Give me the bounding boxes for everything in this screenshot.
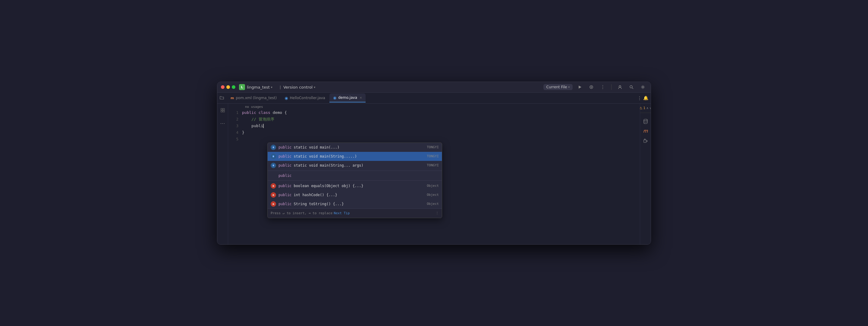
separator: | bbox=[280, 85, 281, 90]
app-icon: L bbox=[239, 84, 245, 90]
tab-actions: ⋮ 🔔 bbox=[637, 95, 648, 101]
svg-rect-10 bbox=[223, 110, 224, 112]
current-file-label: Current File bbox=[547, 85, 567, 89]
ac-source-tostring: Object bbox=[427, 201, 439, 207]
code-line-5: 5 bbox=[228, 136, 640, 142]
line-num-5: 5 bbox=[228, 136, 242, 142]
m-icon[interactable]: m bbox=[641, 127, 650, 135]
line-content-3: publi bbox=[242, 123, 264, 129]
structure-icon[interactable] bbox=[218, 106, 227, 115]
tab-icon-hello: ◉ bbox=[284, 96, 288, 100]
titlebar: L lingma_test ▾ | Version control ▾ Curr… bbox=[217, 82, 651, 93]
ac-icon-2 bbox=[271, 163, 276, 168]
ac-text-hashcode: public int hashCode() {...} bbox=[278, 192, 424, 198]
svg-point-3 bbox=[619, 86, 621, 87]
ac-source-equals: Object bbox=[427, 183, 439, 189]
ac-source-2: TONGYI bbox=[427, 162, 439, 169]
warning-count: 1 bbox=[644, 106, 646, 110]
svg-marker-0 bbox=[579, 86, 581, 89]
code-line-3: 3 publi bbox=[228, 123, 640, 129]
tab-label-pom: pom.xml (lingma_test) bbox=[236, 96, 277, 100]
svg-rect-8 bbox=[223, 108, 224, 110]
account-button[interactable] bbox=[616, 83, 624, 91]
more-icon: ⋮ bbox=[600, 85, 605, 90]
tab-pom-xml[interactable]: m pom.xml (lingma_test) bbox=[227, 93, 280, 102]
tab-icon-pom: m bbox=[230, 96, 234, 100]
line-content-4: } bbox=[242, 129, 244, 136]
search-button[interactable] bbox=[627, 83, 636, 91]
ac-source-0: TONGYI bbox=[427, 144, 439, 151]
ac-source-hashcode: Object bbox=[427, 192, 439, 198]
tab-hello-controller[interactable]: ◉ HelloController.java bbox=[281, 93, 329, 102]
more-tools-icon[interactable]: … bbox=[218, 118, 227, 127]
svg-point-2 bbox=[591, 87, 592, 88]
tab-more-button[interactable]: ⋮ bbox=[637, 95, 642, 101]
tab-label-hello: HelloController.java bbox=[290, 96, 325, 100]
ac-text-2: public static void main(String... args) bbox=[278, 162, 424, 169]
ac-item-simple[interactable]: public bbox=[268, 171, 442, 180]
close-button[interactable] bbox=[221, 85, 224, 89]
database-icon[interactable] bbox=[641, 117, 650, 126]
more-actions-button[interactable]: ⋮ bbox=[598, 83, 607, 91]
line-num-4: 4 bbox=[228, 129, 242, 136]
settings-button[interactable] bbox=[639, 83, 647, 91]
project-name[interactable]: lingma_test bbox=[247, 85, 270, 90]
svg-line-5 bbox=[632, 88, 633, 89]
code-line-1: 1 public class demo { bbox=[228, 109, 640, 116]
window-controls bbox=[221, 85, 236, 89]
titlebar-right: Current File ▾ ⋮ bbox=[544, 83, 647, 91]
ac-item-0[interactable]: public static void main(...) TONGYI bbox=[268, 143, 442, 152]
autocomplete-dropdown: public static void main(...) TONGYI publ… bbox=[267, 142, 442, 218]
ac-text-1: public static void main(String.....) bbox=[278, 153, 424, 160]
svg-point-6 bbox=[642, 87, 644, 88]
line-content-1: public class demo { bbox=[242, 109, 287, 116]
tabbar: m pom.xml (lingma_test) ◉ HelloControlle… bbox=[217, 93, 651, 104]
ac-divider-2 bbox=[268, 181, 442, 181]
ac-item-equals[interactable]: m public boolean equals(Object obj) {...… bbox=[268, 182, 442, 190]
vc-chevron-icon[interactable]: ▾ bbox=[314, 86, 315, 89]
right-panel: ⚠ 1 ∧ ∨ m bbox=[640, 104, 651, 244]
code-line-4: 4 } bbox=[228, 129, 640, 136]
tab-label-demo: demo.java bbox=[338, 96, 357, 100]
debug-button[interactable] bbox=[587, 83, 595, 91]
svg-rect-12 bbox=[644, 140, 646, 142]
current-file-chevron-icon: ▾ bbox=[568, 86, 569, 89]
maximize-button[interactable] bbox=[232, 85, 236, 89]
ac-text-0: public static void main(...) bbox=[278, 144, 424, 151]
divider bbox=[611, 84, 612, 90]
minimize-button[interactable] bbox=[226, 85, 230, 89]
ac-item-tostring[interactable]: m public String toString() {...} Object bbox=[268, 199, 442, 208]
ac-text-equals: public boolean equals(Object obj) {...} bbox=[278, 183, 424, 189]
plugin-icon[interactable] bbox=[641, 136, 650, 145]
ac-item-hashcode[interactable]: m public int hashCode() {...} Object bbox=[268, 190, 442, 199]
line-num-3: 3 bbox=[228, 123, 242, 129]
caret-up-icon[interactable]: ∧ bbox=[647, 106, 649, 110]
ac-icon-hashcode: m bbox=[271, 192, 276, 198]
notification-icon[interactable]: 🔔 bbox=[643, 96, 648, 100]
ac-item-1[interactable]: public static void main(String.....) TON… bbox=[268, 152, 442, 161]
version-control-btn[interactable]: Version control bbox=[283, 85, 313, 90]
tab-close-icon[interactable]: ✕ bbox=[360, 96, 362, 99]
project-chevron-icon[interactable]: ▾ bbox=[271, 86, 273, 89]
svg-rect-7 bbox=[221, 108, 222, 110]
line-num-1: 1 bbox=[228, 109, 242, 116]
code-editor[interactable]: 1 public class demo { 2 // 冒泡排序 3 publi … bbox=[228, 109, 640, 244]
main-content: … no usages 1 public class demo { 2 // 冒… bbox=[217, 104, 651, 244]
ac-source-1: TONGYI bbox=[427, 153, 439, 160]
code-line-2: 2 // 冒泡排序 bbox=[228, 116, 640, 123]
folder-icon[interactable] bbox=[220, 96, 224, 101]
ac-icon-tostring: m bbox=[271, 201, 276, 207]
ac-hint-text: Press ↵ to insert, ⇥ to replace bbox=[271, 210, 333, 217]
caret-down-icon[interactable]: ∨ bbox=[650, 106, 651, 110]
next-tip-button[interactable]: Next Tip bbox=[334, 210, 350, 217]
ac-more-icon[interactable]: ⋮ bbox=[435, 210, 439, 217]
run-button[interactable] bbox=[576, 83, 584, 91]
ac-item-2[interactable]: public static void main(String... args) … bbox=[268, 161, 442, 170]
ac-icon-0 bbox=[271, 144, 276, 150]
tab-demo-java[interactable]: ◉ demo.java ✕ bbox=[330, 93, 366, 102]
current-file-button[interactable]: Current File ▾ bbox=[544, 84, 573, 90]
left-sidebar: … bbox=[217, 104, 228, 244]
ac-text-tostring: public String toString() {...} bbox=[278, 201, 424, 207]
ac-icon-equals: m bbox=[271, 183, 276, 189]
line-content-2: // 冒泡排序 bbox=[242, 116, 274, 123]
